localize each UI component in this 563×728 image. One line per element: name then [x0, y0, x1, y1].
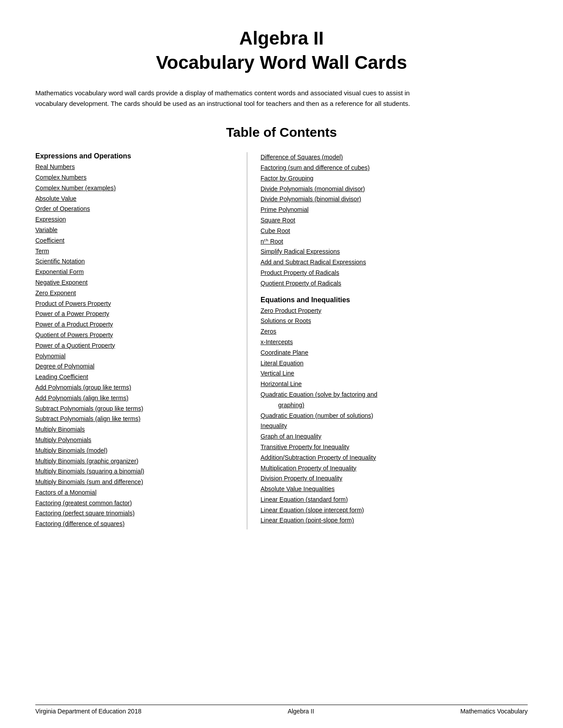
toc-link-item[interactable]: Square Root: [261, 215, 528, 226]
toc-link-item[interactable]: Division Property of Inequality: [261, 473, 528, 484]
toc-link-item[interactable]: Leading Coefficient: [35, 372, 238, 383]
toc-link-item[interactable]: Factoring (sum and difference of cubes): [261, 163, 528, 173]
toc-link-item[interactable]: Factor by Grouping: [261, 173, 528, 184]
expressions-heading: Expressions and Operations: [35, 152, 238, 160]
toc-link-item[interactable]: Degree of Polynomial: [35, 361, 238, 372]
toc-link-item[interactable]: Prime Polynomial: [261, 205, 528, 215]
toc-link-item[interactable]: Vertical Line: [261, 368, 528, 379]
toc-link-item[interactable]: Complex Number (examples): [35, 183, 238, 194]
toc-link-item[interactable]: Add Polynomials (align like terms): [35, 393, 238, 404]
toc-link-item[interactable]: Multiply Polynomials: [35, 435, 238, 446]
toc-link-item[interactable]: Quotient of Powers Property: [35, 330, 238, 341]
toc-link-item[interactable]: Horizontal Line: [261, 379, 528, 390]
toc-link-item[interactable]: Simplify Radical Expressions: [261, 247, 528, 257]
expressions-right-items: Difference of Squares (model)Factoring (…: [261, 152, 528, 289]
toc-link-item[interactable]: Add and Subtract Radical Expressions: [261, 257, 528, 268]
toc-link-item[interactable]: Factoring (greatest common factor): [35, 498, 238, 509]
toc-link-item[interactable]: Inequality: [261, 421, 528, 432]
toc-link-item[interactable]: Product Property of Radicals: [261, 268, 528, 278]
footer-left: Virginia Department of Education 2018: [35, 708, 141, 715]
toc-link-item[interactable]: Product of Powers Property: [35, 299, 238, 309]
footer-center: Algebra II: [287, 708, 314, 715]
toc-link-item[interactable]: nᵗʰ Root: [261, 236, 528, 247]
toc-link-item[interactable]: Quadratic Equation (number of solutions): [261, 411, 528, 421]
toc-link-item[interactable]: Order of Operations: [35, 204, 238, 214]
toc-link-item[interactable]: Multiplication Property of Inequality: [261, 463, 528, 474]
toc-link-item[interactable]: Subtract Polynomials (align like terms): [35, 414, 238, 424]
toc-link-item[interactable]: Zeros: [261, 326, 528, 337]
toc-link-item[interactable]: Divide Polynomials (binomial divisor): [261, 194, 528, 205]
toc-link-item[interactable]: Linear Equation (standard form): [261, 495, 528, 505]
toc-link-item[interactable]: Variable: [35, 225, 238, 236]
toc-link-item[interactable]: Real Numbers: [35, 162, 238, 173]
toc-link-item[interactable]: Factoring (difference of squares): [35, 519, 238, 529]
toc-link-item[interactable]: Multiply Binomials (graphic organizer): [35, 456, 238, 467]
title-line1: Algebra II: [35, 26, 528, 51]
toc-link-item[interactable]: Literal Equation: [261, 358, 528, 369]
toc-link-item[interactable]: Power of a Power Property: [35, 309, 238, 319]
toc-link-item[interactable]: Power of a Quotient Property: [35, 341, 238, 351]
equations-heading: Equations and Inequalities: [261, 296, 528, 304]
toc-link-item[interactable]: Difference of Squares (model): [261, 152, 528, 163]
toc-link-item[interactable]: Term: [35, 246, 238, 257]
toc-link-item[interactable]: Multiply Binomials: [35, 424, 238, 435]
toc-columns: Expressions and Operations Real NumbersC…: [35, 152, 528, 529]
toc-link-item[interactable]: Coefficient: [35, 236, 238, 246]
toc-left-column: Expressions and Operations Real NumbersC…: [35, 152, 247, 529]
toc-link-item[interactable]: Absolute Value: [35, 194, 238, 204]
toc-link-item[interactable]: Cube Root: [261, 226, 528, 236]
toc-right-column: Difference of Squares (model)Factoring (…: [247, 152, 528, 529]
toc-link-item[interactable]: Quotient Property of Radicals: [261, 278, 528, 289]
toc-link-item[interactable]: Zero Product Property: [261, 306, 528, 316]
toc-heading: Table of Contents: [35, 125, 528, 140]
equations-items: Zero Product PropertySolutions or RootsZ…: [261, 306, 528, 526]
toc-link-item[interactable]: Negative Exponent: [35, 278, 238, 288]
footer: Virginia Department of Education 2018 Al…: [35, 705, 528, 715]
toc-link-item[interactable]: Linear Equation (point-slope form): [261, 515, 528, 526]
toc-link-item[interactable]: Factors of a Monomial: [35, 488, 238, 498]
toc-link-item[interactable]: Linear Equation (slope intercept form): [261, 505, 528, 516]
toc-link-item[interactable]: Factoring (perfect square trinomials): [35, 508, 238, 519]
expressions-items: Real NumbersComplex NumbersComplex Numbe…: [35, 162, 238, 529]
toc-link-item[interactable]: Graph of an Inequality: [261, 432, 528, 442]
toc-link-item[interactable]: Solutions or Roots: [261, 316, 528, 326]
toc-link-item[interactable]: Transitive Property for Inequality: [261, 442, 528, 453]
title-line2: Vocabulary Word Wall Cards: [35, 51, 528, 75]
toc-link-item[interactable]: Absolute Value Inequalities: [261, 484, 528, 495]
toc-link-item[interactable]: x-Intercepts: [261, 337, 528, 348]
toc-link-item[interactable]: Expression: [35, 214, 238, 225]
page-title-block: Algebra II Vocabulary Word Wall Cards: [35, 26, 528, 75]
toc-link-item[interactable]: Polynomial: [35, 351, 238, 362]
toc-link-item[interactable]: Power of a Product Property: [35, 319, 238, 330]
toc-link-item[interactable]: Scientific Notation: [35, 256, 238, 267]
toc-link-item[interactable]: Multiply Binomials (squaring a binomial): [35, 466, 238, 477]
footer-right: Mathematics Vocabulary: [460, 708, 528, 715]
toc-link-item[interactable]: Add Polynomials (group like terms): [35, 383, 238, 393]
toc-link-item[interactable]: Exponential Form: [35, 267, 238, 278]
toc-link-item[interactable]: Coordinate Plane: [261, 348, 528, 358]
toc-link-item[interactable]: Addition/Subtraction Property of Inequal…: [261, 453, 528, 463]
toc-link-item[interactable]: Quadratic Equation (solve by factoring a…: [261, 390, 528, 411]
toc-link-item[interactable]: Multiply Binomials (model): [35, 446, 238, 456]
toc-link-item[interactable]: Divide Polynomials (monomial divisor): [261, 184, 528, 195]
description-text: Mathematics vocabulary word wall cards p…: [35, 88, 433, 109]
toc-link-item[interactable]: Complex Numbers: [35, 173, 238, 183]
toc-link-item[interactable]: Multiply Binomials (sum and difference): [35, 477, 238, 488]
toc-link-item[interactable]: Zero Exponent: [35, 288, 238, 299]
toc-link-item[interactable]: Subtract Polynomials (group like terms): [35, 404, 238, 414]
